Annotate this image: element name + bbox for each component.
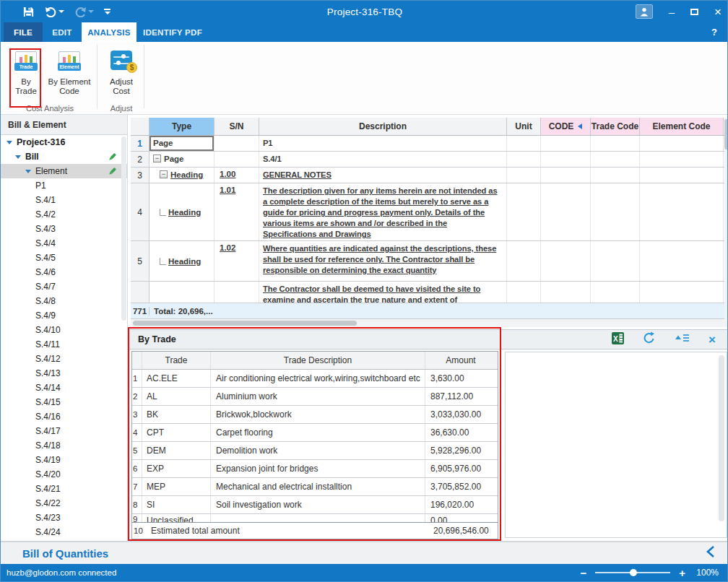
grid-vertical-scrollbar[interactable] (724, 118, 728, 319)
grid-row[interactable]: 3−Heading1.00GENERAL NOTES (131, 168, 728, 183)
sidebar-item-s-4-3[interactable]: S.4/3 (1, 222, 127, 236)
collapse-box-icon[interactable]: − (153, 155, 161, 162)
sidebar-item-s-4-6[interactable]: S.4/6 (1, 265, 127, 279)
unit-cell[interactable] (507, 282, 541, 303)
by-trade-row-al[interactable]: 2ALAluminium work887,112.00 (132, 388, 498, 406)
column-header-type[interactable]: Type (150, 118, 214, 135)
description-cell[interactable]: GENERAL NOTES (259, 168, 507, 183)
column-header-trade-code[interactable]: Trade Code (591, 118, 640, 135)
collapse-chevron-icon[interactable] (706, 545, 716, 561)
expand-arrow-icon[interactable] (6, 141, 12, 144)
row-number-cell[interactable]: 2 (131, 152, 150, 167)
trade-code-cell[interactable] (591, 168, 640, 183)
sn-cell[interactable] (214, 282, 259, 303)
code-cell[interactable] (541, 183, 591, 240)
sidebar-item-s-4-4[interactable]: S.4/4 (1, 236, 127, 251)
row-number-cell[interactable]: 4 (131, 183, 150, 240)
sidebar-item-s-4-24[interactable]: S.4/24 (1, 525, 127, 539)
column-header-s-n[interactable]: S/N (214, 118, 259, 135)
unit-cell[interactable] (507, 183, 541, 240)
trade-code-cell[interactable] (591, 241, 640, 281)
description-cell[interactable]: The Contractor shall be deemed to have v… (259, 282, 507, 303)
sidebar-item-s-4-21[interactable]: S.4/21 (1, 482, 127, 496)
column-header-description[interactable]: Description (259, 118, 507, 135)
sidebar-item-s-4-18[interactable]: S.4/18 (1, 438, 127, 453)
sn-cell[interactable] (214, 152, 259, 167)
column-header-element-code[interactable]: Element Code (640, 118, 724, 135)
code-cell[interactable] (541, 152, 591, 167)
type-cell[interactable]: −Heading (150, 168, 214, 183)
sn-cell[interactable]: 1.02 (214, 241, 259, 281)
sidebar-item-s-4-7[interactable]: S.4/7 (1, 279, 127, 294)
column-header-code[interactable]: CODE (541, 118, 591, 135)
sidebar-item-s-4-8[interactable]: S.4/8 (1, 294, 127, 308)
panel-column-header-trade-description[interactable]: Trade Description (210, 352, 425, 369)
grid-row[interactable]: 1PageP1 (131, 136, 728, 152)
unit-cell[interactable] (507, 241, 541, 281)
zoom-out-button[interactable]: − (580, 568, 586, 578)
panel-column-header-amount[interactable]: Amount (425, 352, 496, 369)
help-icon[interactable]: ? (711, 22, 717, 42)
minimize-button[interactable]: – (669, 6, 675, 17)
sidebar-item-s-4-16[interactable]: S.4/16 (1, 409, 127, 424)
maximize-button[interactable] (690, 9, 698, 15)
refresh-icon[interactable] (643, 331, 656, 347)
collapse-sort-icon[interactable] (675, 333, 690, 346)
trade-code-cell[interactable] (591, 183, 640, 240)
sidebar-item-s-4-13[interactable]: S.4/13 (1, 366, 127, 381)
code-cell[interactable] (541, 241, 591, 281)
type-cell[interactable] (150, 282, 214, 303)
row-number-cell[interactable] (131, 282, 150, 303)
tab-identify-pdf[interactable]: IDENTIFY PDF (136, 22, 209, 42)
trade-code-cell[interactable] (591, 136, 640, 151)
sidebar-item-s-4-2[interactable]: S.4/2 (1, 207, 127, 222)
grid-row[interactable]: The Contractor shall be deemed to have v… (131, 282, 728, 303)
sidebar-item-s-4-23[interactable]: S.4/23 (1, 511, 127, 525)
code-cell[interactable] (541, 282, 591, 303)
tab-analysis[interactable]: ANALYSIS (82, 22, 136, 42)
tab-edit[interactable]: EDIT (43, 22, 82, 42)
edit-pencil-icon[interactable] (108, 152, 117, 164)
sidebar-item-s-4-5[interactable]: S.4/5 (1, 251, 127, 265)
by-trade-row-si[interactable]: 8SISoil investigation work196,020.00 (132, 496, 498, 514)
unit-cell[interactable] (507, 136, 541, 151)
by-element-code-button[interactable]: Element By Element Code (48, 48, 90, 96)
sidebar-scrollbar[interactable] (121, 136, 126, 321)
sidebar-item-s-4-1[interactable]: S.4/1 (1, 193, 127, 207)
sidebar-item-s-4-12[interactable]: S.4/12 (1, 352, 127, 366)
element-code-cell[interactable] (640, 282, 724, 303)
element-code-cell[interactable] (640, 152, 724, 167)
unit-cell[interactable] (507, 168, 541, 183)
edit-pencil-icon[interactable] (108, 167, 117, 178)
type-cell[interactable]: Page (150, 136, 214, 151)
type-cell[interactable]: Heading (150, 241, 214, 281)
grid-row[interactable]: 2−PageS.4/1 (131, 152, 728, 168)
close-button[interactable]: × (714, 6, 722, 18)
type-cell[interactable]: Heading (150, 183, 214, 240)
export-excel-icon[interactable]: X (612, 332, 624, 347)
row-number-cell[interactable]: 5 (131, 241, 150, 281)
sidebar-item-s-4-9[interactable]: S.4/9 (1, 308, 127, 323)
description-cell[interactable]: Where quantities are indicated against t… (259, 241, 507, 281)
code-cell[interactable] (541, 136, 591, 151)
zoom-slider-knob[interactable] (630, 569, 637, 576)
row-number-cell[interactable]: 1 (131, 136, 150, 151)
unit-cell[interactable] (507, 152, 541, 167)
column-header-unit[interactable]: Unit (507, 118, 541, 135)
sidebar-item-s-4-10[interactable]: S.4/10 (1, 323, 127, 337)
by-trade-row-exp[interactable]: 6EXPExpansion joint for bridges6,905,976… (132, 460, 498, 478)
code-cell[interactable] (541, 168, 591, 183)
sidebar-item-project-316[interactable]: Project-316 (1, 135, 127, 149)
collapse-box-icon[interactable]: − (160, 170, 168, 178)
panel-column-header-trade[interactable]: Trade (142, 352, 210, 369)
expand-arrow-icon[interactable] (25, 170, 31, 173)
row-number-cell[interactable]: 3 (131, 168, 150, 183)
tab-file[interactable]: FILE (4, 22, 43, 42)
sidebar-item-s-4-17[interactable]: S.4/17 (1, 424, 127, 438)
element-code-cell[interactable] (640, 136, 724, 151)
sn-cell[interactable]: 1.00 (214, 168, 259, 183)
column-header-row-number[interactable] (131, 118, 150, 135)
description-cell[interactable]: P1 (259, 136, 507, 151)
grid-row[interactable]: 5Heading1.02Where quantities are indicat… (131, 241, 728, 282)
sidebar-item-s-4-11[interactable]: S.4/11 (1, 337, 127, 352)
